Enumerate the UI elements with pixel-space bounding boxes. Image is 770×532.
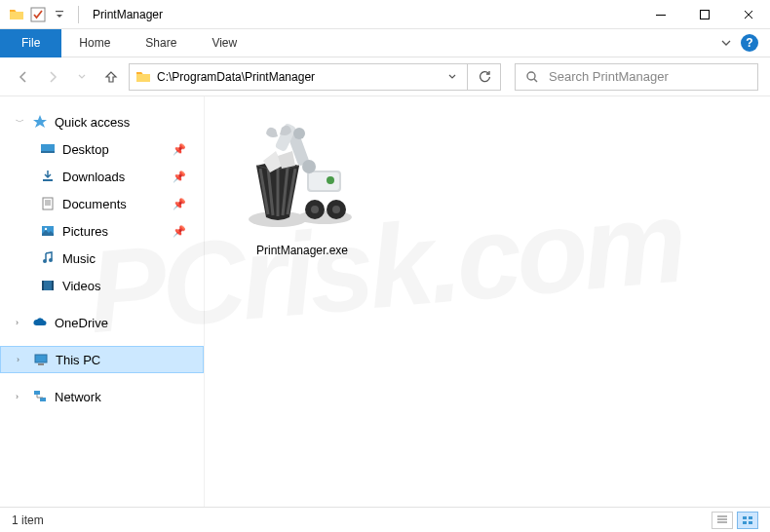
music-icon (39, 250, 57, 266)
sidebar-item-label: Videos (62, 279, 101, 293)
tab-share[interactable]: Share (128, 29, 194, 57)
search-icon (525, 70, 539, 84)
network-icon (31, 389, 49, 404)
expand-icon[interactable]: › (16, 392, 25, 401)
svg-point-11 (43, 259, 47, 263)
refresh-button[interactable] (468, 63, 501, 91)
svg-point-31 (302, 160, 316, 173)
file-item[interactable]: PrintManager.exe (224, 112, 380, 257)
separator (78, 6, 79, 23)
file-tab[interactable]: File (0, 29, 61, 57)
sidebar-item-label: Downloads (62, 170, 125, 184)
pin-icon: 📌 (173, 171, 186, 183)
desktop-icon (39, 141, 57, 157)
close-button[interactable] (726, 0, 770, 29)
pictures-icon (39, 223, 57, 239)
onedrive-icon (31, 315, 49, 330)
address-bar[interactable]: C:\ProgramData\PrintManager (129, 63, 468, 91)
sidebar-item-label: Desktop (62, 142, 109, 157)
file-thumbnail-icon (239, 112, 366, 239)
svg-rect-2 (656, 15, 666, 16)
pin-icon: 📌 (173, 198, 186, 210)
sidebar-item-pictures[interactable]: Pictures 📌 (0, 217, 204, 245)
folder-icon (135, 69, 151, 85)
address-path: C:\ProgramData\PrintManager (157, 70, 443, 84)
documents-icon (39, 196, 57, 211)
file-name: PrintManager.exe (256, 244, 348, 257)
svg-rect-6 (41, 151, 55, 153)
sidebar-item-label: This PC (56, 353, 100, 367)
address-dropdown-icon[interactable] (443, 72, 461, 82)
svg-rect-33 (743, 516, 747, 519)
svg-rect-23 (309, 172, 339, 190)
svg-rect-17 (38, 363, 44, 365)
downloads-icon (39, 169, 57, 184)
sidebar-item-network[interactable]: › Network (0, 383, 204, 410)
svg-rect-35 (743, 521, 747, 524)
ribbon-expand-icon[interactable] (719, 36, 733, 50)
svg-point-30 (293, 128, 305, 139)
sidebar-item-this-pc[interactable]: › This PC (0, 346, 204, 373)
recent-dropdown-icon[interactable] (70, 65, 94, 89)
qat-dropdown-icon[interactable] (51, 6, 68, 23)
sidebar-item-label: OneDrive (55, 316, 108, 330)
tab-home[interactable]: Home (61, 29, 128, 57)
sidebar-item-label: Pictures (62, 224, 108, 239)
videos-icon (39, 278, 57, 293)
svg-point-4 (527, 72, 535, 80)
sidebar-item-onedrive[interactable]: › OneDrive (0, 309, 204, 336)
svg-rect-14 (42, 281, 44, 290)
svg-point-27 (332, 206, 340, 213)
svg-point-10 (45, 228, 47, 230)
search-input[interactable]: Search PrintManager (515, 63, 758, 91)
svg-point-32 (327, 176, 334, 184)
svg-rect-7 (43, 179, 53, 181)
svg-rect-34 (749, 516, 752, 519)
sidebar-item-label: Documents (62, 197, 127, 211)
svg-rect-19 (40, 398, 46, 401)
checkbox-icon[interactable] (29, 6, 47, 23)
svg-rect-1 (56, 11, 63, 12)
svg-rect-16 (35, 355, 47, 362)
folder-icon (8, 6, 25, 23)
status-item-count: 1 item (12, 513, 44, 527)
svg-rect-3 (700, 10, 709, 19)
sidebar-item-downloads[interactable]: Downloads 📌 (0, 163, 204, 190)
this-pc-icon (32, 352, 50, 367)
sidebar-item-label: Quick access (55, 115, 130, 130)
minimize-button[interactable] (638, 0, 682, 29)
search-placeholder: Search PrintManager (549, 69, 669, 84)
pin-icon: 📌 (173, 143, 186, 156)
quick-access-icon (31, 114, 49, 130)
pin-icon: 📌 (173, 225, 186, 238)
sidebar-item-label: Music (62, 251, 96, 266)
svg-point-25 (311, 206, 319, 213)
svg-rect-15 (52, 281, 54, 290)
sidebar-item-documents[interactable]: Documents 📌 (0, 190, 204, 217)
sidebar-item-label: Network (55, 390, 101, 404)
expand-icon[interactable]: › (17, 355, 26, 364)
sidebar-item-music[interactable]: Music (0, 245, 204, 272)
details-view-button[interactable] (712, 512, 733, 529)
window-title: PrintManager (93, 8, 163, 21)
svg-point-12 (49, 258, 53, 262)
expand-icon[interactable]: › (16, 318, 25, 327)
maximize-button[interactable] (682, 0, 726, 29)
large-icons-view-button[interactable] (737, 512, 758, 529)
up-button[interactable] (99, 65, 123, 89)
back-button[interactable] (12, 65, 35, 89)
sidebar-item-desktop[interactable]: Desktop 📌 (0, 135, 204, 163)
file-list[interactable]: PrintManager.exe (205, 96, 770, 507)
help-icon[interactable]: ? (741, 34, 758, 52)
sidebar-item-videos[interactable]: Videos (0, 272, 204, 299)
collapse-icon[interactable]: ﹀ (16, 116, 25, 129)
forward-button[interactable] (41, 65, 64, 89)
svg-rect-8 (43, 198, 53, 209)
svg-rect-18 (34, 391, 40, 395)
svg-rect-36 (749, 521, 752, 524)
navigation-pane: ﹀ Quick access Desktop 📌 Downloads 📌 Doc… (0, 96, 205, 507)
tab-view[interactable]: View (194, 29, 254, 57)
sidebar-item-quick-access[interactable]: ﹀ Quick access (0, 108, 204, 135)
